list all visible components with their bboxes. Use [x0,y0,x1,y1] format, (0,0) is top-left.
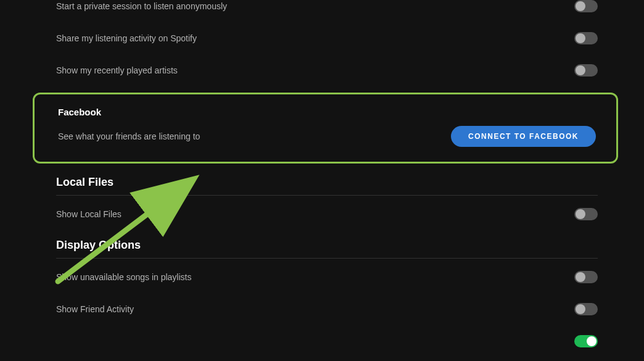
listening-activity-row: Share my listening activity on Spotify [56,22,598,54]
friend-activity-label: Show Friend Activity [56,304,134,314]
toggle-knob [587,336,597,346]
friend-activity-row: Show Friend Activity [56,293,598,325]
friend-activity-toggle[interactable] [574,303,598,315]
facebook-description: See what your friends are listening to [58,131,200,141]
show-local-files-row: Show Local Files [56,198,598,230]
partial-toggle[interactable] [574,335,598,347]
recently-played-label: Show my recently played artists [56,65,178,75]
toggle-knob [576,33,585,43]
toggle-knob [576,209,585,219]
connect-facebook-button[interactable]: CONNECT TO FACEBOOK [451,126,596,147]
local-files-header: Local Files [56,167,598,196]
unavailable-songs-row: Show unavailable songs in playlists [56,261,598,293]
private-session-toggle[interactable] [574,0,598,12]
facebook-section: Facebook See what your friends are liste… [33,93,618,164]
listening-activity-toggle[interactable] [574,32,598,44]
listening-activity-label: Share my listening activity on Spotify [56,33,197,43]
show-local-files-label: Show Local Files [56,209,122,219]
toggle-knob [576,1,585,11]
show-local-files-toggle[interactable] [574,208,598,220]
recently-played-toggle[interactable] [574,64,598,77]
private-session-row: Start a private session to listen anonym… [56,0,598,22]
partial-row: . [56,325,598,347]
facebook-row: See what your friends are listening to C… [58,126,596,147]
toggle-knob [576,304,585,314]
unavailable-songs-label: Show unavailable songs in playlists [56,272,191,282]
toggle-knob [576,65,585,75]
facebook-title: Facebook [58,107,596,117]
unavailable-songs-toggle[interactable] [574,271,598,283]
display-options-header: Display Options [56,230,598,259]
toggle-knob [576,272,585,282]
recently-played-row: Show my recently played artists [56,54,598,86]
private-session-label: Start a private session to listen anonym… [56,1,227,11]
